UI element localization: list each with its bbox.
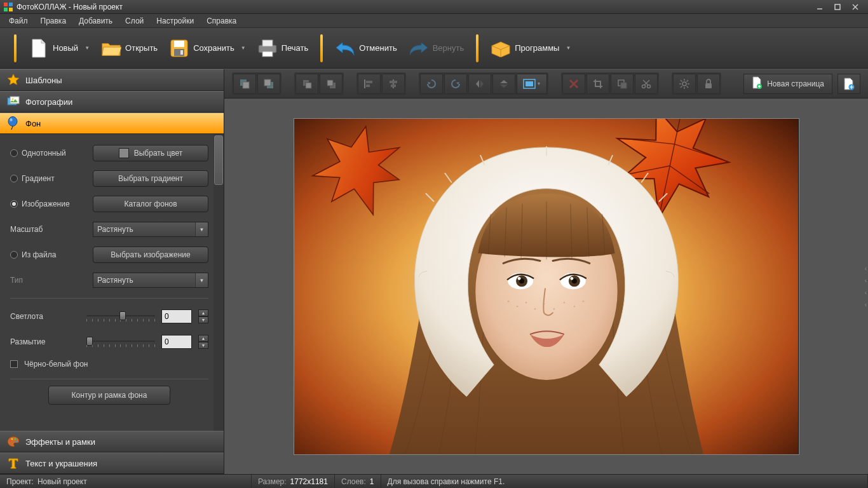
undo-button[interactable]: Отменить [329,34,402,62]
divider [10,298,208,299]
svg-point-89 [553,308,554,309]
redo-button[interactable]: Вернуть [403,34,470,62]
window-title: ФотоКОЛЛАЖ - Новый проект [17,3,811,11]
type-select[interactable]: Растянуть ▼ [93,273,208,288]
lock-icon[interactable] [697,74,720,94]
chevron-left-icon[interactable]: ‹ [865,277,867,284]
sidebar-effects[interactable]: Эффекты и рамки [0,431,224,452]
svg-rect-9 [174,41,184,47]
svg-rect-31 [327,80,333,86]
scrollbar[interactable] [214,134,224,431]
choose-gradient-button[interactable]: Выбрать градиент [93,170,208,187]
open-button[interactable]: Открыть [95,34,163,62]
scale-select[interactable]: Растянуть ▼ [93,222,208,237]
svg-rect-14 [262,51,273,57]
radio-gradient[interactable] [10,175,18,182]
blur-spinner[interactable]: ▲▼ [198,335,208,349]
chevron-left-icon[interactable]: ‹ [865,301,867,308]
cut-icon[interactable] [635,74,658,94]
svg-rect-3 [9,8,13,11]
close-button[interactable] [846,1,864,13]
scrollbar-thumb[interactable] [214,135,223,185]
sidebar-templates[interactable]: Шаблоны [0,69,224,91]
canvas[interactable] [294,118,799,455]
send-backward-icon[interactable] [320,74,342,94]
canvas-viewport[interactable]: ‹ ‹ ‹ ‹ [224,98,868,474]
duplicate-icon[interactable] [611,74,634,94]
maximize-button[interactable] [829,1,846,13]
rotate-left-icon[interactable] [420,74,443,94]
chevron-left-icon[interactable]: ‹ [865,265,867,272]
choose-color-button[interactable]: Выбрать цвет [93,145,208,161]
programs-button[interactable]: Программы ▼ [485,34,576,62]
chevron-left-icon[interactable]: ‹ [865,289,867,296]
menu-layer[interactable]: Слой [119,14,150,27]
blur-slider[interactable] [86,336,155,348]
radio-image[interactable] [10,200,18,208]
blur-value[interactable]: 0 [161,335,192,349]
menu-settings[interactable]: Настройки [150,14,200,27]
svg-point-21 [11,438,13,440]
app-icon [4,3,13,11]
new-page-button[interactable]: Новая страница [743,74,832,94]
bw-checkbox[interactable] [10,360,18,368]
settings-icon[interactable] [673,74,696,94]
radio-from-file[interactable] [10,251,18,259]
svg-point-19 [10,118,13,121]
scale-label: Масштаб [10,225,43,234]
page-settings-icon[interactable] [837,74,860,94]
menu-edit[interactable]: Правка [34,14,73,27]
fit-canvas-icon[interactable]: ▼ [517,74,547,94]
brightness-spinner[interactable]: ▲▼ [198,309,208,323]
catalog-button[interactable]: Каталог фонов [93,196,208,212]
brightness-slider[interactable] [86,310,155,323]
svg-point-84 [507,300,509,302]
background-panel: Однотонный Выбрать цвет Градиент Выбрать… [0,134,224,431]
align-left-icon[interactable] [358,74,381,94]
svg-rect-37 [391,85,396,87]
radio-solid[interactable] [10,149,18,157]
svg-rect-0 [4,3,8,6]
rotate-right-icon[interactable] [444,74,467,94]
print-button[interactable]: Печать [252,34,315,62]
sidebar-photos[interactable]: Фотографии [0,91,224,112]
bring-forward-icon[interactable] [295,74,318,94]
toolbar-separator [14,34,17,62]
chevron-down-icon: ▼ [537,81,541,86]
brightness-label: Светлота [10,312,43,321]
brightness-value[interactable]: 0 [161,309,192,323]
svg-rect-43 [621,83,627,88]
align-center-h-icon[interactable] [382,74,405,94]
send-back-icon[interactable] [257,74,280,94]
svg-point-85 [516,306,517,307]
svg-rect-39 [526,81,533,86]
crop-icon[interactable] [587,74,609,94]
svg-point-22 [15,438,17,440]
flip-v-icon[interactable] [492,74,515,94]
right-handles[interactable]: ‹ ‹ ‹ ‹ [865,265,867,308]
delete-icon[interactable] [562,74,585,94]
sidebar-text[interactable]: Текст и украшения [0,452,224,474]
svg-rect-2 [4,8,8,11]
svg-rect-11 [180,50,183,55]
save-button[interactable]: Сохранить ▼ [163,34,252,62]
menu-file[interactable]: Файл [3,14,34,27]
bring-front-icon[interactable] [233,74,256,94]
svg-rect-36 [390,81,397,83]
flip-h-icon[interactable] [468,74,491,94]
project-label: Проект: [6,477,34,486]
svg-rect-34 [366,85,370,87]
new-button[interactable]: Новый ▼ [23,34,95,62]
outline-frame-button[interactable]: Контур и рамка фона [48,386,170,405]
minimize-button[interactable] [811,1,829,13]
new-file-icon [29,38,49,58]
menu-help[interactable]: Справка [200,14,243,27]
solid-label: Однотонный [22,149,66,158]
choose-image-button[interactable]: Выбрать изображение [93,247,208,263]
size-value: 1772x1181 [290,477,328,486]
svg-rect-27 [264,79,271,86]
svg-point-83 [570,276,573,280]
menu-insert[interactable]: Добавить [72,14,119,27]
sidebar-background[interactable]: Фон [0,112,224,134]
svg-point-91 [573,306,574,307]
